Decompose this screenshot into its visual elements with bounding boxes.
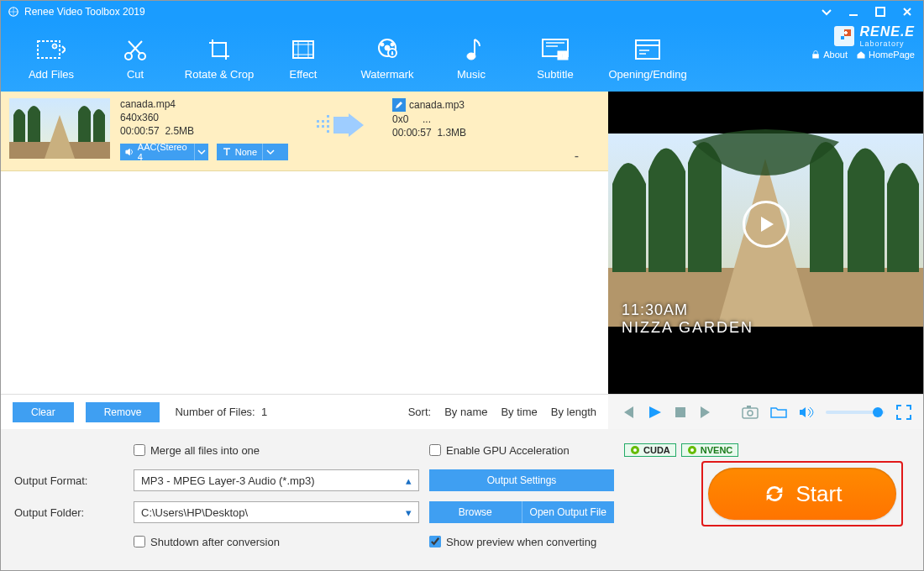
browse-button[interactable]: Browse [429,501,522,523]
brand-sub: Laboratory [859,39,915,48]
svg-rect-6 [293,41,313,58]
speaker-icon [125,147,134,157]
audio-codec-dropdown[interactable]: AAC(Stereo 4 [120,144,208,160]
gpu-accel-checkbox[interactable]: Enable GPU Acceleration [429,444,570,457]
video-preview: 11:30AM NIZZA GARDEN [608,92,923,394]
prev-track-button[interactable] [620,405,635,420]
add-files-button[interactable]: Add Files [9,34,93,81]
next-track-button[interactable] [699,405,714,420]
nvidia-eye-icon [687,445,697,455]
effect-button[interactable]: Effect [261,34,345,81]
brand-shield-icon [832,24,856,48]
svg-point-40 [690,448,694,452]
preview-controls [608,394,923,429]
nvenc-badge: NVENC [681,443,739,457]
play-control-button[interactable] [647,405,662,420]
volume-slider[interactable] [826,411,885,414]
svg-rect-34 [743,408,758,418]
effect-label: Effect [289,68,317,81]
svg-rect-24 [322,125,324,128]
minimize-button[interactable] [844,4,863,19]
text-icon [222,147,232,157]
music-button[interactable]: Music [429,34,513,81]
window-menu-button[interactable] [817,4,836,19]
source-filename: canada.mp4 [120,98,288,110]
chevron-down-icon: ▾ [406,506,412,519]
chevron-down-icon [262,144,277,160]
start-button[interactable]: Start [708,468,896,520]
shutdown-checkbox[interactable]: Shutdown after conversion [134,536,419,548]
sort-label: Sort: [408,406,431,418]
output-settings-button[interactable]: Output Settings [429,469,614,491]
output-format-label: Output Format: [14,474,123,487]
conversion-arrow-icon [298,98,382,164]
dest-meta: 00:00:57 1.3MB [392,127,543,139]
brand-name: RENE.E [859,24,915,39]
main-toolbar: Add Files Cut Rotate & Crop Effect Water… [1,23,923,92]
edit-icon[interactable] [392,98,406,112]
app-logo-icon [8,6,19,18]
svg-rect-1 [876,8,885,16]
opening-ending-button[interactable]: Opening/Ending [597,34,698,81]
nvidia-eye-icon [630,445,640,455]
output-format-dropdown[interactable]: MP3 - MPEG Layer-3 Audio (*.mp3) ▴ [134,469,419,491]
stop-button[interactable] [674,406,687,419]
file-item[interactable]: canada.mp4 640x360 00:00:57 2.5MB AAC(St… [1,92,608,171]
snapshot-button[interactable] [742,405,759,420]
subtitle-track-dropdown[interactable]: None [217,144,288,160]
subtitle-icon: T [540,34,570,65]
source-resolution: 640x360 [120,112,288,123]
about-link[interactable]: About [811,50,848,60]
file-count-label: Number of Files: 1 [175,406,267,418]
watermark-button[interactable]: Watermark [345,34,429,81]
subtitle-label: Subtitle [537,68,573,81]
add-files-icon [36,34,66,65]
start-highlight-box: Start [701,461,903,526]
volume-button[interactable] [799,406,814,419]
dest-more-button[interactable]: ... [423,113,431,125]
sort-by-name[interactable]: By name [444,406,487,418]
svg-rect-36 [747,406,751,408]
brand-area: RENE.E Laboratory About HomePage [811,24,915,60]
svg-text:T: T [561,52,565,60]
file-list: canada.mp4 640x360 00:00:57 2.5MB AAC(St… [1,92,608,394]
cut-label: Cut [127,68,144,81]
output-folder-dropdown[interactable]: C:\Users\HP\Desktop\ ▾ [134,501,419,523]
open-folder-button[interactable] [770,406,787,419]
svg-point-12 [467,53,475,60]
sort-by-length[interactable]: By length [551,406,596,418]
subtitle-button[interactable]: T Subtitle [513,34,597,81]
svg-point-9 [381,43,384,46]
sort-by-time[interactable]: By time [501,406,537,418]
play-button[interactable] [743,201,790,248]
remove-button[interactable]: Remove [86,402,160,422]
watermark-icon [372,34,402,65]
svg-point-38 [633,448,637,452]
open-output-button[interactable]: Open Output File [522,501,615,523]
svg-point-10 [391,43,394,46]
volume-knob[interactable] [873,407,883,417]
overlay-time-text: 11:30AM [622,301,753,319]
opening-ending-label: Opening/Ending [608,68,686,81]
cut-button[interactable]: Cut [93,34,177,81]
refresh-icon [763,482,786,506]
svg-rect-2 [38,41,60,58]
output-folder-label: Output Folder: [14,506,123,519]
merge-files-checkbox[interactable]: Merge all files into one [134,444,419,457]
svg-rect-18 [812,54,819,58]
source-meta: 00:00:57 2.5MB [120,125,288,137]
play-icon [756,214,776,234]
dest-resolution: 0x0 ... [392,113,543,125]
svg-rect-23 [322,120,324,123]
main-area: canada.mp4 640x360 00:00:57 2.5MB AAC(St… [1,92,923,394]
fullscreen-button[interactable] [896,405,911,420]
lock-icon [811,50,821,60]
clear-button[interactable]: Clear [13,402,74,422]
show-preview-checkbox[interactable]: Show preview when converting [429,536,910,548]
maximize-button[interactable] [871,4,890,19]
svg-rect-28 [327,115,329,118]
svg-rect-25 [327,120,329,123]
close-button[interactable] [898,4,916,19]
homepage-link[interactable]: HomePage [856,50,915,60]
rotate-crop-button[interactable]: Rotate & Crop [177,34,261,81]
